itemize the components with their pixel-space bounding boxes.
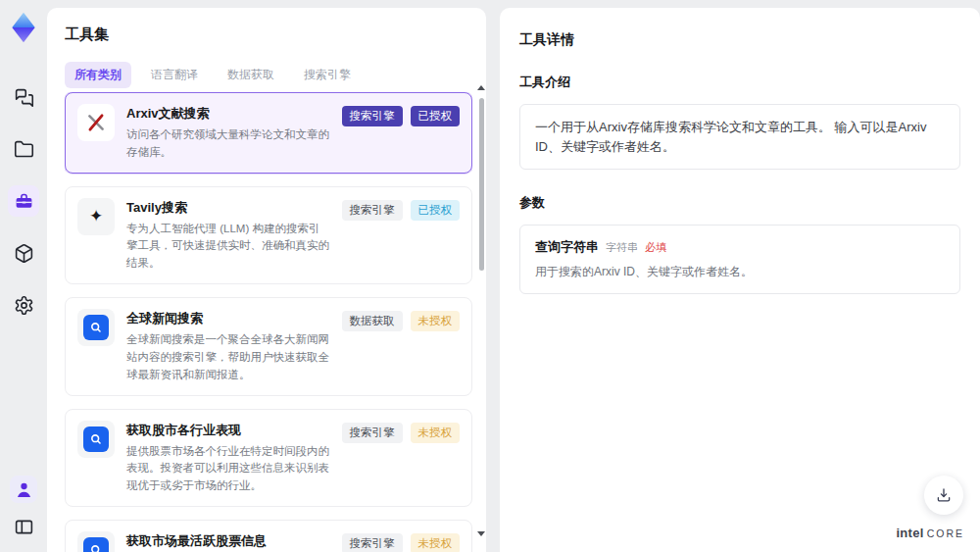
chat-icon: [14, 87, 34, 108]
download-button[interactable]: [924, 476, 963, 515]
param-description: 用于搜索的Arxiv ID、关键字或作者姓名。: [535, 264, 945, 280]
user-icon: [14, 479, 34, 500]
blue-magnifier-app-icon: [77, 421, 115, 458]
gear-icon: [14, 295, 34, 316]
intro-card: 一个用于从Arxiv存储库搜索科学论文和文章的工具。 输入可以是Arxiv ID…: [519, 104, 960, 170]
tool-card-most-active-stocks[interactable]: 获取市场最活跃股票信息 提供当天交易量最高的股票列表，投资者可以利用这些信息来识…: [65, 520, 472, 552]
params-heading: 参数: [519, 194, 960, 212]
sidebar-item-settings[interactable]: [8, 289, 39, 321]
app-rail: [0, 0, 47, 552]
tool-list-panel: 工具集 所有类别 语言翻译 数据获取 搜索引擎 Arxiv文献搜索 访问各个研究…: [47, 8, 486, 552]
tool-card-arxiv[interactable]: Arxiv文献搜索 访问各个研究领域大量科学论文和文章的存储库。 搜索引擎 已授…: [65, 92, 472, 174]
tab-all-categories[interactable]: 所有类别: [65, 62, 131, 88]
param-required-label: 必填: [645, 240, 666, 255]
scrollbar-thumb[interactable]: [479, 98, 484, 271]
blue-magnifier-app-icon: [77, 531, 115, 552]
scrollbar-down-arrow[interactable]: [477, 531, 485, 536]
tab-language-translation[interactable]: 语言翻译: [141, 62, 208, 88]
tool-name: Arxiv文献搜索: [126, 105, 330, 123]
category-badge: 数据获取: [342, 311, 403, 331]
category-badge: 搜索引擎: [342, 533, 403, 552]
page-title: 工具集: [65, 25, 486, 44]
category-badge: 搜索引擎: [342, 106, 403, 126]
sparkle-icon: ✦: [77, 198, 115, 235]
tab-data-fetch[interactable]: 数据获取: [218, 62, 284, 88]
tool-card-sector-performance[interactable]: 获取股市各行业表现 提供股票市场各个行业在特定时间段内的表现。投资者可以利用这些…: [65, 409, 472, 507]
status-badge: 已授权: [411, 200, 461, 221]
folder-icon: [14, 139, 34, 160]
intro-heading: 工具介绍: [519, 74, 960, 91]
param-name: 查询字符串: [535, 238, 599, 256]
category-tabs: 所有类别 语言翻译 数据获取 搜索引擎: [65, 62, 486, 88]
blue-magnifier-app-icon: [77, 309, 115, 346]
arxiv-logo-icon: [77, 104, 115, 141]
tool-description: 提供股票市场各个行业在特定时间段内的表现。投资者可以利用这些信息来识别表现优于或…: [126, 443, 330, 495]
sidebar-item-packages[interactable]: [8, 237, 39, 269]
param-type: 字符串: [606, 240, 638, 255]
detail-title: 工具详情: [519, 31, 960, 49]
status-badge: 未授权: [411, 423, 461, 443]
sidebar-item-panel-toggle[interactable]: [8, 511, 39, 542]
cube-icon: [14, 243, 34, 264]
intro-text: 一个用于从Arxiv存储库搜索科学论文和文章的工具。 输入可以是Arxiv ID…: [535, 118, 945, 156]
status-badge: 已授权: [411, 106, 461, 126]
sidebar-item-files[interactable]: [8, 133, 39, 165]
panel-layout-icon: [14, 517, 34, 537]
tool-name: 全球新闻搜索: [126, 310, 330, 327]
tool-name: Tavily搜索: [126, 199, 330, 217]
toolbox-icon: [14, 191, 34, 212]
download-icon: [935, 486, 953, 504]
brand-primary: intel: [896, 526, 923, 540]
app-logo-icon: [6, 10, 41, 45]
sidebar-item-account[interactable]: [10, 476, 37, 503]
sidebar-item-tools[interactable]: [8, 185, 39, 217]
scrollbar-up-arrow[interactable]: [477, 85, 485, 90]
brand-secondary: CORE: [927, 527, 964, 539]
parameter-card: 查询字符串 字符串 必填 用于搜索的Arxiv ID、关键字或作者姓名。: [519, 225, 960, 294]
tool-card-tavily[interactable]: ✦ Tavily搜索 专为人工智能代理 (LLM) 构建的搜索引擎工具，可快速提…: [65, 186, 472, 284]
intel-core-logo: intel CORE: [896, 526, 964, 540]
sidebar-item-chat[interactable]: [8, 81, 39, 113]
tool-card-global-news[interactable]: 全球新闻搜索 全球新闻搜索是一个聚合全球各大新闻网站内容的搜索引擎，帮助用户快速…: [65, 297, 472, 395]
tool-description: 访问各个研究领域大量科学论文和文章的存储库。: [126, 126, 330, 162]
category-badge: 搜索引擎: [342, 200, 403, 221]
status-badge: 未授权: [411, 311, 461, 331]
tool-list: Arxiv文献搜索 访问各个研究领域大量科学论文和文章的存储库。 搜索引擎 已授…: [65, 92, 472, 552]
tool-name: 获取股市各行业表现: [126, 422, 330, 439]
tool-description: 全球新闻搜索是一个聚合全球各大新闻网站内容的搜索引擎，帮助用户快速获取全球最新资…: [126, 331, 330, 383]
tab-search-engine[interactable]: 搜索引擎: [294, 62, 361, 88]
category-badge: 搜索引擎: [342, 423, 403, 443]
status-badge: 未授权: [411, 533, 461, 552]
tool-name: 获取市场最活跃股票信息: [126, 532, 330, 550]
tool-description: 专为人工智能代理 (LLM) 构建的搜索引擎工具，可快速提供实时、准确和真实的结…: [126, 221, 330, 273]
tool-detail-panel: 工具详情 工具介绍 一个用于从Arxiv存储库搜索科学论文和文章的工具。 输入可…: [500, 8, 980, 552]
